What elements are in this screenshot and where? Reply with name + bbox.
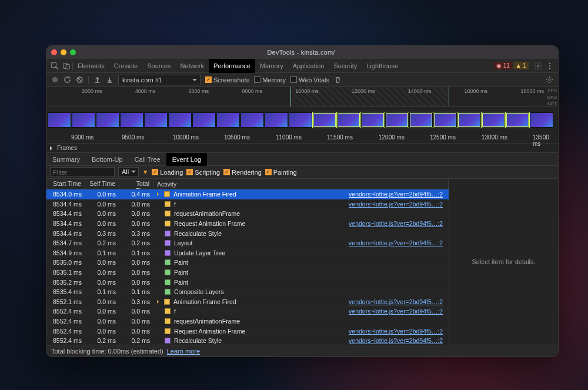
minimize-icon[interactable] <box>61 49 66 55</box>
inspect-icon[interactable] <box>51 62 59 70</box>
col-start-time[interactable]: Start Time <box>46 179 85 189</box>
table-row[interactable]: 8534.7 ms0.2 ms0.2 msLayoutvendors~lotti… <box>46 238 449 248</box>
filmstrip-thumb[interactable] <box>192 112 216 128</box>
filmstrip-thumb[interactable] <box>506 112 529 128</box>
tab-network[interactable]: Network <box>176 59 209 73</box>
source-link[interactable]: vendors~lottie.js?ver=2bd94f5…:2 <box>349 298 443 305</box>
recording-dropdown[interactable]: kinsta.com #1 <box>118 75 201 85</box>
filmstrip[interactable] <box>46 107 558 133</box>
record-icon[interactable] <box>51 76 59 84</box>
filter-input[interactable] <box>50 167 115 177</box>
flame-timescale[interactable]: 9000 ms9500 ms10000 ms10500 ms11000 ms11… <box>46 133 558 144</box>
filmstrip-thumb[interactable] <box>48 112 71 128</box>
filmstrip-thumb[interactable] <box>72 112 95 128</box>
window-title: DevTools - kinsta.com/ <box>76 49 526 56</box>
subtab-call-tree[interactable]: Call Tree <box>129 153 166 166</box>
filmstrip-thumb[interactable] <box>385 112 409 128</box>
table-row[interactable]: 8552.4 ms0.0 ms0.0 msfvendors~lottie.js?… <box>46 306 449 316</box>
clear-icon[interactable] <box>76 76 83 84</box>
subtab-summary[interactable]: Summary <box>46 153 86 166</box>
tab-elements[interactable]: Elements <box>73 59 109 73</box>
filmstrip-thumb[interactable] <box>289 112 312 128</box>
filmstrip-thumb[interactable] <box>433 112 457 128</box>
filmstrip-thumb[interactable] <box>168 112 192 128</box>
device-toggle-icon[interactable] <box>62 62 71 70</box>
source-link[interactable]: vendors~lottie.js?ver=2bd94f5…:2 <box>349 201 443 208</box>
learn-more-link[interactable]: Learn more <box>167 348 200 355</box>
table-row[interactable]: 8534.0 ms0.0 ms0.4 msAnimation Frame Fir… <box>46 189 449 199</box>
capture-settings-gear-icon[interactable] <box>546 76 553 84</box>
col-total-time[interactable]: Total Time <box>119 179 153 189</box>
upload-icon[interactable] <box>93 76 101 84</box>
cell-self: 0.0 ms <box>85 326 119 336</box>
source-link[interactable]: vendors~lottie.js?ver=2bd94f5…:2 <box>349 337 443 344</box>
filmstrip-thumb[interactable] <box>240 112 264 128</box>
table-row[interactable]: 8535.1 ms0.0 ms0.0 msPaint <box>46 268 449 278</box>
all-dropdown[interactable]: All <box>118 167 139 177</box>
filmstrip-thumb[interactable] <box>265 112 288 128</box>
reload-record-icon[interactable] <box>64 76 71 84</box>
scripting-checkbox[interactable]: Scripting <box>186 169 220 176</box>
fullscreen-icon[interactable] <box>70 49 76 55</box>
source-link[interactable]: vendors~lottie.js?ver=2bd94f5…:2 <box>349 191 443 198</box>
filmstrip-thumb[interactable] <box>120 112 143 128</box>
table-row[interactable]: 8534.4 ms0.0 ms0.0 msRequest Animation F… <box>46 219 449 229</box>
table-row[interactable]: 8535.2 ms0.0 ms0.0 msPaint <box>46 277 449 287</box>
filmstrip-thumb[interactable] <box>457 112 481 128</box>
filmstrip-thumb[interactable] <box>361 112 385 128</box>
tab-performance[interactable]: Performance <box>209 59 255 73</box>
source-link[interactable]: vendors~lottie.js?ver=2bd94f5…:2 <box>349 308 443 315</box>
tab-console[interactable]: Console <box>109 59 142 73</box>
filmstrip-thumb[interactable] <box>313 112 336 128</box>
filmstrip-thumb[interactable] <box>144 112 168 128</box>
frames-row[interactable]: Frames <box>46 144 558 153</box>
settings-gear-icon[interactable] <box>534 62 542 70</box>
tab-sources[interactable]: Sources <box>142 59 175 73</box>
filmstrip-thumb[interactable] <box>482 112 505 128</box>
screenshots-checkbox[interactable]: Screenshots <box>205 76 249 84</box>
filmstrip-thumb[interactable] <box>530 112 553 128</box>
table-row[interactable]: 8534.4 ms0.0 ms0.0 msfvendors~lottie.js?… <box>46 199 449 209</box>
col-self-time[interactable]: Self Time <box>85 179 119 189</box>
table-row[interactable]: 8535.0 ms0.0 ms0.0 msPaint <box>46 258 449 268</box>
memory-checkbox[interactable]: Memory <box>254 76 286 84</box>
subtab-event-log[interactable]: Event Log <box>166 153 208 166</box>
tab-application[interactable]: Application <box>288 59 329 73</box>
tab-security[interactable]: Security <box>329 59 362 73</box>
timeline-overview[interactable]: 2000 ms4000 ms6000 ms8000 ms10000 ms1200… <box>46 87 558 107</box>
filmstrip-thumb[interactable] <box>337 112 360 128</box>
table-row[interactable]: 8552.4 ms0.0 ms0.0 msrequestAnimationFra… <box>46 316 449 326</box>
expand-icon[interactable] <box>157 300 161 304</box>
subtab-bottom-up[interactable]: Bottom-Up <box>86 153 129 166</box>
painting-checkbox[interactable]: Painting <box>265 169 297 176</box>
warnings-badge[interactable]: ▲ 1 <box>513 62 529 69</box>
table-row[interactable]: 8552.4 ms0.0 ms0.0 msRequest Animation F… <box>46 326 449 336</box>
overview-selection[interactable] <box>290 87 449 106</box>
source-link[interactable]: vendors~lottie.js?ver=2bd94f5…:2 <box>349 220 443 227</box>
cell-activity: Recalculate Stylevendors~lottie.js?ver=2… <box>153 336 449 345</box>
download-icon[interactable] <box>106 76 113 84</box>
trash-icon[interactable] <box>334 76 342 84</box>
errors-badge[interactable]: ◉ 11 <box>494 62 512 69</box>
cell-self: 0.0 ms <box>85 297 119 307</box>
tab-memory[interactable]: Memory <box>255 59 288 73</box>
webvitals-checkbox[interactable]: Web Vitals <box>290 76 329 84</box>
loading-checkbox[interactable]: Loading <box>152 169 183 176</box>
source-link[interactable]: vendors~lottie.js?ver=2bd94f5…:2 <box>349 239 443 246</box>
table-row[interactable]: 8552.4 ms0.2 ms0.2 msRecalculate Styleve… <box>46 336 449 345</box>
col-activity[interactable]: Activity <box>153 179 449 189</box>
source-link[interactable]: vendors~lottie.js?ver=2bd94f5…:2 <box>349 328 443 335</box>
close-icon[interactable] <box>51 49 57 55</box>
filmstrip-thumb[interactable] <box>216 112 240 128</box>
table-row[interactable]: 8534.9 ms0.1 ms0.1 msUpdate Layer Tree <box>46 248 449 258</box>
table-row[interactable]: 8534.4 ms0.0 ms0.0 msrequestAnimationFra… <box>46 209 449 219</box>
filmstrip-thumb[interactable] <box>96 112 119 128</box>
table-row[interactable]: 8534.4 ms0.3 ms0.3 msRecalculate Style <box>46 228 449 238</box>
rendering-checkbox[interactable]: Rendering <box>223 169 262 176</box>
expand-icon[interactable] <box>157 192 161 196</box>
tab-lighthouse[interactable]: Lighthouse <box>362 59 403 73</box>
table-row[interactable]: 8552.1 ms0.0 ms0.3 msAnimation Frame Fir… <box>46 297 449 307</box>
more-icon[interactable] <box>546 62 554 70</box>
table-row[interactable]: 8535.4 ms0.1 ms0.1 msComposite Layers <box>46 287 449 297</box>
filmstrip-thumb[interactable] <box>409 112 433 128</box>
